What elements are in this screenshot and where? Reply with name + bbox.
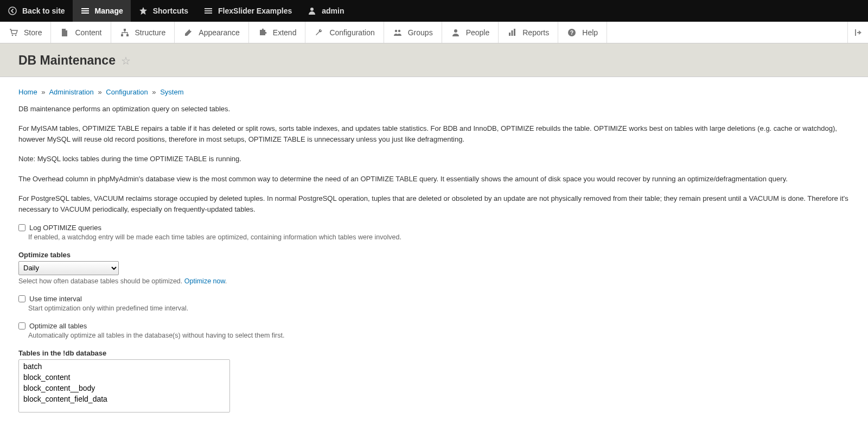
flexslider-link[interactable]: FlexSlider Examples [196,0,299,22]
nav-store[interactable]: Store [0,22,51,43]
hamburger-icon [80,6,90,16]
table-option[interactable]: block_content [20,372,228,383]
svg-rect-4 [205,8,212,9]
optimize-all-field: Optimize all tables Automatically optimi… [18,322,850,339]
svg-rect-6 [205,12,212,14]
time-interval-desc: Start optimization only within predefine… [28,305,850,312]
nav-content[interactable]: Content [51,22,111,43]
svg-point-16 [454,29,457,33]
paint-icon [183,28,193,37]
optimize-all-checkbox[interactable] [18,322,25,329]
optimize-frequency-field: Optimize tables Daily Select how often d… [18,251,850,285]
nav-appearance-label: Appearance [199,28,240,37]
groups-icon [393,28,403,37]
nav-reports[interactable]: Reports [499,22,558,43]
nav-configuration-label: Configuration [329,28,374,37]
hierarchy-icon [120,28,130,37]
nav-help-label: Help [582,28,598,37]
admin-toolbar: Back to site Manage Shortcuts FlexSlider… [0,0,868,22]
breadcrumb-config[interactable]: Configuration [106,88,148,96]
spacer [607,22,847,43]
nav-groups[interactable]: Groups [384,22,442,43]
svg-point-9 [15,34,17,36]
optimize-frequency-label: Optimize tables [18,251,850,259]
svg-point-7 [310,8,314,11]
table-option[interactable]: block_content__body [20,383,228,394]
optimize-help-prefix: Select how often database tables should … [18,277,184,285]
log-optimize-checkbox[interactable] [18,224,25,231]
svg-rect-22 [855,29,856,36]
tables-multiselect[interactable]: batchblock_contentblock_content__bodyblo… [18,359,230,413]
svg-rect-5 [205,10,212,11]
nav-structure[interactable]: Structure [111,22,175,43]
lines-icon [203,6,213,16]
nav-extend[interactable]: Extend [249,22,306,43]
svg-rect-10 [124,29,126,31]
breadcrumb-sep: » [150,88,158,96]
nav-help[interactable]: ? Help [558,22,607,43]
nav-people-label: People [466,28,490,37]
optimize-all-desc: Automatically optimize all tables in the… [28,332,850,339]
intro-text: DB maintenance performs an optimization … [18,104,850,115]
time-interval-label[interactable]: Use time interval [29,295,82,303]
table-option[interactable]: block_content_field_data [20,394,228,404]
optimize-now-link[interactable]: Optimize now [184,277,225,285]
time-interval-field: Use time interval Start optimization onl… [18,295,850,312]
table-option[interactable]: batch [20,361,228,372]
log-optimize-desc: If enabled, a watchdog entry will be mad… [28,233,850,241]
nav-appearance[interactable]: Appearance [175,22,249,43]
star-icon [138,6,148,16]
nav-reports-label: Reports [522,28,549,37]
intro-text: The Overhead column in phpMyAdmin's data… [18,174,850,185]
log-optimize-label[interactable]: Log OPTIMIZE queries [29,224,101,232]
svg-rect-3 [81,12,89,14]
flexslider-label: FlexSlider Examples [218,7,292,15]
svg-rect-2 [81,10,89,11]
intro-text: For MyISAM tables, OPTIMIZE TABLE repair… [18,123,850,145]
nav-store-label: Store [24,28,42,37]
svg-text:?: ? [570,30,573,36]
tables-label: Tables in the !db database [18,349,850,357]
breadcrumb-system[interactable]: System [160,88,183,96]
svg-rect-12 [126,34,129,36]
optimize-frequency-select[interactable]: Daily [18,261,119,275]
breadcrumb-sep: » [39,88,47,96]
page-title: DB Maintenance [18,53,116,68]
nav-people[interactable]: People [442,22,499,43]
log-optimize-field: Log OPTIMIZE queries If enabled, a watch… [18,224,850,241]
bar-chart-icon [507,28,517,37]
nav-configuration[interactable]: Configuration [305,22,384,43]
nav-extend-label: Extend [273,28,297,37]
back-to-site-link[interactable]: Back to site [0,0,73,22]
svg-point-13 [190,30,191,31]
svg-rect-17 [509,33,510,36]
nav-groups-label: Groups [408,28,433,37]
svg-rect-18 [512,30,513,36]
breadcrumb-admin[interactable]: Administration [49,88,93,96]
svg-point-8 [12,34,14,36]
shortcut-star-icon[interactable]: ☆ [121,55,131,67]
person-icon [451,28,461,37]
shortcuts-label: Shortcuts [153,7,188,15]
manage-toggle[interactable]: Manage [73,0,131,22]
page-content: Home » Administration » Configuration » … [0,77,868,425]
user-label: admin [322,7,344,15]
toolbar-orientation-toggle[interactable] [847,22,868,43]
tables-field: Tables in the !db database batchblock_co… [18,349,850,413]
help-icon: ? [567,28,577,37]
puzzle-icon [258,28,267,37]
user-menu[interactable]: admin [299,0,352,22]
cart-icon [9,28,18,37]
page-header: DB Maintenance ☆ [0,43,868,77]
intro-text: Note: MySQL locks tables during the time… [18,154,850,164]
manage-label: Manage [95,7,123,15]
breadcrumb-home[interactable]: Home [18,88,37,96]
user-icon [307,6,317,16]
svg-rect-11 [121,34,123,36]
optimize-help-suffix: . [225,277,227,285]
manage-subnav: Store Content Structure Appearance Exten… [0,22,868,43]
shortcuts-menu[interactable]: Shortcuts [131,0,196,22]
time-interval-checkbox[interactable] [18,295,25,302]
optimize-all-label[interactable]: Optimize all tables [29,322,87,330]
back-icon [8,6,17,16]
